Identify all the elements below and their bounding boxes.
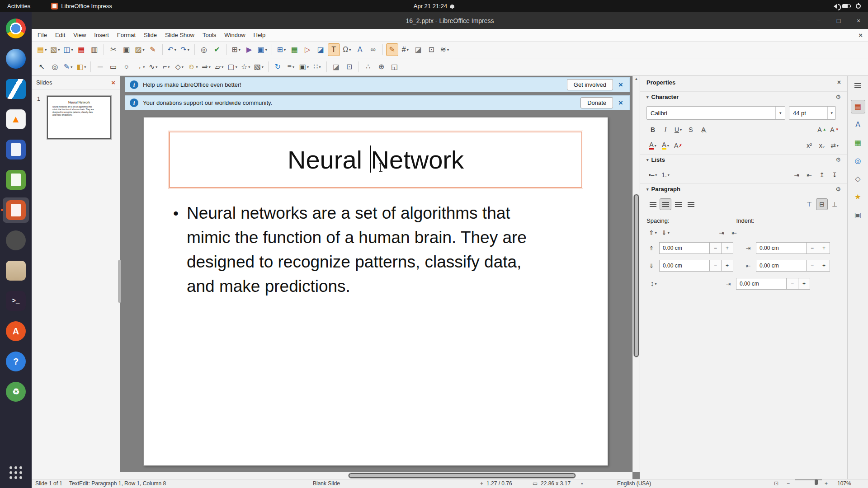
decrement-button[interactable]: − <box>807 242 818 254</box>
app-grid-icon[interactable] <box>3 460 29 485</box>
line-color-icon[interactable]: ✎▾ <box>62 61 74 73</box>
chevron-down-icon[interactable]: ▾ <box>646 187 649 192</box>
tab-animation-icon[interactable]: ★ <box>851 190 865 204</box>
lists-section-header[interactable]: ▾ Lists ⚙ <box>640 154 847 165</box>
insert-table-icon[interactable]: ⊞▾ <box>275 43 288 56</box>
align-bottom-icon[interactable]: ⊥ <box>829 198 840 210</box>
increment-button[interactable]: + <box>798 278 810 290</box>
get-involved-button[interactable]: Get involved <box>567 79 613 90</box>
dropdown-arrow-icon[interactable]: ▾ <box>84 65 86 69</box>
increase-font-size-icon[interactable]: A <box>816 124 828 136</box>
dropdown-arrow-icon[interactable]: ▾ <box>143 48 145 52</box>
dropdown-arrow-icon[interactable]: ▾ <box>209 65 211 69</box>
ordered-list-icon[interactable]: 1.▾ <box>660 169 671 181</box>
slide-page[interactable]: Neural Network • Neural networks are a s… <box>143 117 608 466</box>
dropdown-arrow-icon[interactable]: ▾ <box>45 48 47 52</box>
align-justify-icon[interactable] <box>685 198 697 210</box>
window-titlebar[interactable]: 16_2.pptx - LibreOffice Impress − □ × <box>32 12 868 29</box>
toggle-shadow-icon[interactable]: A <box>698 124 709 136</box>
highlighting-color-icon[interactable]: A▾ <box>660 140 671 151</box>
chrome-app-icon[interactable] <box>3 16 29 41</box>
menu-window[interactable]: Window <box>220 29 249 42</box>
object-shadow-icon[interactable]: ◪ <box>412 43 425 56</box>
paste-icon[interactable]: ▨▾ <box>133 43 146 56</box>
curves-polygons-icon[interactable]: ∿▾ <box>147 61 159 73</box>
decrement-button[interactable]: − <box>787 278 798 290</box>
menu-file[interactable]: File <box>33 29 51 42</box>
basic-shapes-icon[interactable]: ◇▾ <box>173 61 185 73</box>
document-modified-icon[interactable]: ▪ <box>581 479 583 488</box>
dropdown-arrow-icon[interactable]: ▾ <box>668 173 670 177</box>
font-size-combobox[interactable]: ▾ <box>789 106 836 120</box>
edit-points-icon[interactable]: ∴ <box>362 61 374 73</box>
insert-image-icon[interactable]: ▦ <box>288 43 301 56</box>
font-name-combobox[interactable]: ▾ <box>646 106 785 120</box>
fontwork-icon[interactable]: A <box>354 43 366 56</box>
menu-format[interactable]: Format <box>113 29 140 42</box>
special-character-icon[interactable]: Ω▾ <box>341 43 353 56</box>
slide-canvas[interactable]: Neural Network • Neural networks are a s… <box>120 76 632 472</box>
zoom-percent[interactable]: 107% <box>837 479 851 488</box>
dropdown-arrow-icon[interactable]: ▾ <box>292 65 294 69</box>
vlc-app-icon[interactable]: ▲ <box>3 107 29 132</box>
donate-button[interactable]: Donate <box>580 97 613 108</box>
redo-icon[interactable]: ↷▾ <box>179 43 191 56</box>
block-arrows-icon[interactable]: ⇒▾ <box>200 61 212 73</box>
slide-thumbnail[interactable]: Neural Network Neural networks are a set… <box>47 96 111 139</box>
dropdown-arrow-icon[interactable]: ▾ <box>196 65 198 69</box>
dropdown-arrow-icon[interactable]: ▾ <box>284 48 286 52</box>
chevron-down-icon[interactable]: ▾ <box>646 95 649 99</box>
callout-shapes-icon[interactable]: ▢▾ <box>226 61 239 73</box>
align-objects-icon[interactable]: ≡▾ <box>285 61 297 73</box>
tab-gallery-icon[interactable]: ▦ <box>851 136 865 150</box>
move-up-icon[interactable]: ↥ <box>816 169 828 181</box>
align-center-vertical-icon[interactable]: ⊟ <box>816 198 828 210</box>
decrease-paragraph-spacing-icon[interactable]: ⇓▾ <box>660 227 671 239</box>
chevron-down-icon[interactable]: ▾ <box>775 107 785 119</box>
increase-indent-icon[interactable]: ⇥ <box>716 227 727 239</box>
superscript-icon[interactable]: x² <box>803 140 815 151</box>
dropdown-arrow-icon[interactable]: ▾ <box>58 48 60 52</box>
align-right-icon[interactable] <box>672 198 684 210</box>
display-grid-icon[interactable]: #▾ <box>399 43 411 56</box>
dropdown-arrow-icon[interactable]: ▾ <box>168 65 170 69</box>
dropdown-arrow-icon[interactable]: ▾ <box>71 48 73 52</box>
unordered-list-icon[interactable]: •–▾ <box>647 169 659 181</box>
horizontal-scrollbar[interactable] <box>120 472 632 479</box>
show-draw-functions-icon[interactable]: ✎ <box>386 43 398 56</box>
align-top-icon[interactable]: ⊤ <box>803 198 815 210</box>
dropdown-arrow-icon[interactable]: ▾ <box>265 48 267 52</box>
banner-close-icon[interactable]: × <box>618 99 623 108</box>
align-center-icon[interactable] <box>660 198 671 210</box>
zoom-in-button[interactable]: + <box>825 479 828 488</box>
flowchart-shapes-icon[interactable]: ▱▾ <box>213 61 226 73</box>
activities-button[interactable]: Activities <box>0 3 38 9</box>
paragraph-section-header[interactable]: ▾ Paragraph ⚙ <box>640 183 847 194</box>
dropdown-arrow-icon[interactable]: ▾ <box>667 144 669 148</box>
copy-icon[interactable]: ▣ <box>120 43 132 56</box>
files-app-icon[interactable] <box>3 258 29 283</box>
gear-icon[interactable]: ⚙ <box>835 94 841 100</box>
promote-icon[interactable]: ⇤ <box>803 169 815 181</box>
arrange-icon[interactable]: ▣▾ <box>298 61 310 73</box>
pane-splitter-grip[interactable] <box>118 260 121 303</box>
line-spacing-icon[interactable]: ↕▾ <box>647 277 660 290</box>
tab-master-slides-icon[interactable]: ▣ <box>851 208 865 222</box>
dropdown-arrow-icon[interactable]: ▾ <box>655 173 657 177</box>
master-slide-icon[interactable]: ▣▾ <box>256 43 269 56</box>
undo-icon[interactable]: ↶▾ <box>166 43 178 56</box>
spacing-below-input[interactable] <box>659 260 710 272</box>
rotate-icon[interactable]: ↻ <box>272 61 284 73</box>
image-filter-icon[interactable]: ≋▾ <box>439 43 451 56</box>
new-document-icon[interactable]: ▤▾ <box>36 43 48 56</box>
dropdown-arrow-icon[interactable]: ▾ <box>156 65 157 69</box>
dropdown-arrow-icon[interactable]: ▾ <box>349 48 351 52</box>
font-size-input[interactable] <box>789 110 827 117</box>
dropdown-arrow-icon[interactable]: ▾ <box>837 144 839 148</box>
menu-view[interactable]: View <box>69 29 90 42</box>
rectangle-icon[interactable]: ▭ <box>107 61 119 73</box>
indent-before-input[interactable] <box>756 242 807 254</box>
dropdown-arrow-icon[interactable]: ▾ <box>175 48 176 52</box>
close-document-icon[interactable]: × <box>859 31 863 39</box>
terminal-app-icon[interactable]: >_ <box>3 288 29 314</box>
